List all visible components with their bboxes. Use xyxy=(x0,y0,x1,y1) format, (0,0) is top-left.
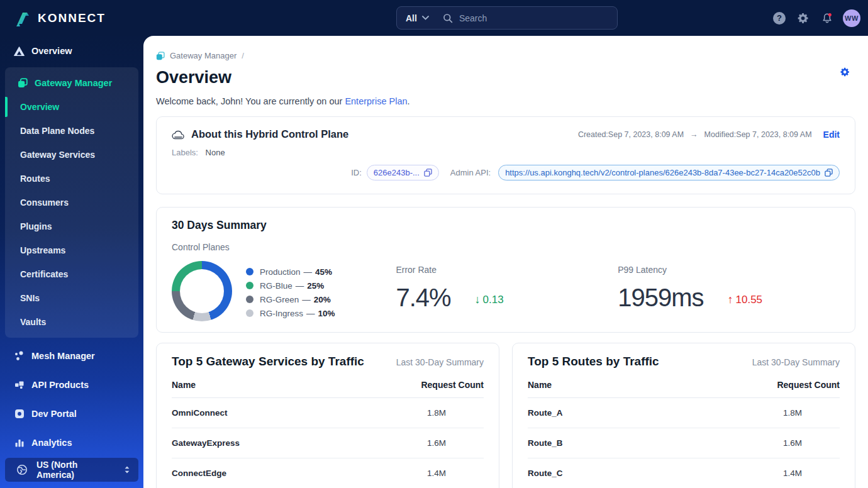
breadcrumb-gateway-manager[interactable]: Gateway Manager xyxy=(170,51,236,60)
bell-icon xyxy=(821,12,833,25)
modified-label: Modified: xyxy=(704,130,737,139)
avatar-initials: WW xyxy=(845,14,859,22)
table-header-row: Name Request Count xyxy=(172,369,484,398)
donut-chart xyxy=(172,261,232,321)
p99-latency-delta: ↑ 10.55 xyxy=(728,293,763,306)
column-name: Name xyxy=(172,380,196,390)
table-row[interactable]: Route_B 1.6M xyxy=(528,428,840,458)
legend-dot xyxy=(246,282,253,289)
sidebar-item-consumers[interactable]: Consumers xyxy=(5,191,138,214)
table-row[interactable]: Route_A 1.8M xyxy=(528,398,840,428)
sidebar-item-api-products[interactable]: API Products xyxy=(0,370,143,399)
error-rate-delta: ↓ 0.13 xyxy=(475,293,504,306)
brand[interactable]: KONNECT xyxy=(0,9,106,27)
main-content: Gateway Manager / Overview Welcome back,… xyxy=(143,36,868,488)
sidebar-item-upstreams[interactable]: Upstreams xyxy=(5,238,138,262)
p99-latency-stat: P99 Latency 1959ms ↑ 10.55 xyxy=(618,265,840,312)
arrow-right-icon: → xyxy=(690,130,698,139)
sidebar-item-gateway-manager[interactable]: Gateway Manager xyxy=(5,67,138,95)
api-products-icon xyxy=(14,380,25,390)
created-timestamp: Created:Sep 7, 2023, 8:09 AM xyxy=(578,130,684,139)
request-count: 1.6M xyxy=(745,438,840,448)
gateway-manager-icon xyxy=(18,78,28,88)
sidebar-item-data-plane-nodes[interactable]: Data Plane Nodes xyxy=(5,119,138,143)
search-scope-dropdown[interactable]: All xyxy=(406,13,429,23)
sidebar-item-overview-root[interactable]: Overview xyxy=(0,38,143,64)
help-button[interactable]: ? xyxy=(771,10,787,26)
welcome-prefix: Welcome back, John! You are currently on… xyxy=(156,96,345,106)
table-subtitle: Last 30-Day Summary xyxy=(752,357,840,367)
welcome-suffix: . xyxy=(408,96,410,106)
sidebar-item-snis[interactable]: SNIs xyxy=(5,286,138,310)
enterprise-plan-link[interactable]: Enterprise Plan xyxy=(345,96,407,106)
request-count: 1.8M xyxy=(745,408,840,418)
sidebar-item-gm-overview[interactable]: Overview xyxy=(5,95,138,119)
column-request-count: Request Count xyxy=(389,380,484,390)
donut-legend: Production — 45% RG-Blue — 25% RG-Green … xyxy=(246,261,396,320)
cloud-icon xyxy=(172,130,185,140)
id-row: ID: 626e243b-... Admin API: https://us.a… xyxy=(172,165,840,180)
service-name: OmniConnect xyxy=(172,408,228,418)
page-settings-button[interactable] xyxy=(840,67,850,77)
legend-item: Production — 45% xyxy=(246,265,396,279)
overview-icon xyxy=(14,47,25,56)
gateway-manager-breadcrumb-icon xyxy=(156,52,165,60)
analytics-icon xyxy=(14,438,25,448)
legend-separator: — xyxy=(306,309,315,318)
summary-title: 30 Days Summary xyxy=(172,219,840,232)
sidebar-item-label: API Products xyxy=(31,380,89,390)
welcome-text: Welcome back, John! You are currently on… xyxy=(156,96,855,106)
top-gateway-services-card: Top 5 Gateway Services by Traffic Last 3… xyxy=(156,343,499,488)
modified-timestamp: Modified:Sep 7, 2023, 8:09 AM xyxy=(704,130,812,139)
admin-api-url-pill[interactable]: https://us.api.konghq.tech/v2/control-pl… xyxy=(498,165,840,180)
legend-item: RG-Blue — 25% xyxy=(246,279,396,292)
region-value: US (North America) xyxy=(36,460,106,480)
request-count: 1.6M xyxy=(389,438,484,448)
help-icon: ? xyxy=(773,12,786,25)
copy-icon[interactable] xyxy=(424,169,432,177)
legend-value: 20% xyxy=(314,295,331,304)
created-value: Sep 7, 2023, 8:09 AM xyxy=(608,130,684,139)
column-request-count: Request Count xyxy=(745,380,840,390)
table-row[interactable]: Route_C 1.4M xyxy=(528,458,840,488)
sidebar-item-vaults[interactable]: Vaults xyxy=(5,310,138,334)
legend-item: RG-Ingress — 10% xyxy=(246,306,396,320)
created-label: Created: xyxy=(578,130,608,139)
legend-item: RG-Green — 20% xyxy=(246,292,396,306)
control-plane-id-pill[interactable]: 626e243b-... xyxy=(367,165,439,180)
table-row[interactable]: GatewayExpress 1.6M xyxy=(172,428,484,458)
search-input[interactable] xyxy=(459,13,608,23)
table-row[interactable]: OmniConnect 1.8M xyxy=(172,398,484,428)
chevron-down-icon xyxy=(422,16,429,20)
copy-icon[interactable] xyxy=(825,169,833,177)
sidebar-item-mesh-manager[interactable]: Mesh Manager xyxy=(0,341,143,370)
sidebar-item-certificates[interactable]: Certificates xyxy=(5,262,138,286)
topbar: KONNECT All ? xyxy=(0,0,868,36)
legend-dot xyxy=(246,296,253,303)
topbar-actions: ? WW xyxy=(771,0,860,36)
legend-value: 25% xyxy=(307,281,324,291)
p99-latency-delta-value: 10.55 xyxy=(736,294,763,306)
sidebar-item-label: Analytics xyxy=(31,438,72,448)
column-name: Name xyxy=(528,380,552,390)
edit-button[interactable]: Edit xyxy=(823,130,840,140)
settings-button[interactable] xyxy=(795,10,811,26)
service-name: ConnectEdge xyxy=(172,469,226,478)
sidebar-item-analytics[interactable]: Analytics xyxy=(0,428,143,457)
sidebar-item-gateway-services[interactable]: Gateway Services xyxy=(5,143,138,167)
legend-value: 10% xyxy=(318,309,335,318)
error-rate-label: Error Rate xyxy=(396,265,618,275)
route-name: Route_A xyxy=(528,408,563,418)
notifications-button[interactable] xyxy=(819,10,835,26)
mesh-manager-icon xyxy=(14,351,25,361)
legend-label: RG-Blue xyxy=(260,281,292,291)
global-search[interactable]: All xyxy=(396,6,618,30)
sidebar-item-dev-portal[interactable]: Dev Portal xyxy=(0,399,143,428)
sidebar-gateway-manager-group: Gateway Manager Overview Data Plane Node… xyxy=(5,67,138,338)
sidebar-item-plugins[interactable]: Plugins xyxy=(5,214,138,238)
search-scope-value: All xyxy=(406,13,417,23)
sidebar-item-routes[interactable]: Routes xyxy=(5,167,138,191)
user-avatar[interactable]: WW xyxy=(843,9,860,27)
table-row[interactable]: ConnectEdge 1.4M xyxy=(172,458,484,488)
region-selector[interactable]: US (North America) xyxy=(5,458,138,482)
